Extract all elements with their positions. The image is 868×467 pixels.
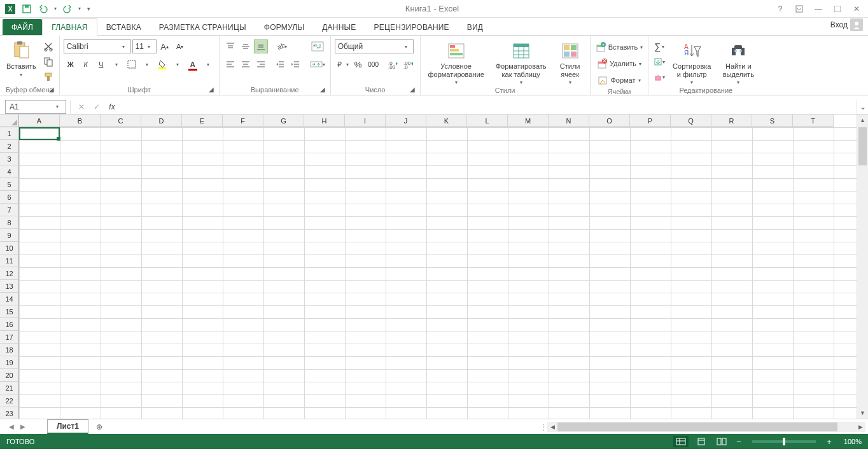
font-name-combo[interactable]: Calibri▾ xyxy=(64,39,131,53)
qat-customize[interactable]: ▾ xyxy=(84,1,93,17)
active-cell[interactable] xyxy=(19,127,60,140)
scroll-up-arrow[interactable]: ▲ xyxy=(857,115,868,126)
row-header[interactable]: 6 xyxy=(0,191,19,204)
decrease-decimal-button[interactable]: .00.0 xyxy=(402,57,416,71)
column-header[interactable]: O xyxy=(589,115,630,127)
number-format-combo[interactable]: Общий▾ xyxy=(335,39,414,53)
row-header[interactable]: 15 xyxy=(0,305,19,318)
tab-review[interactable]: РЕЦЕНЗИРОВАНИЕ xyxy=(365,19,458,35)
zoom-slider[interactable] xyxy=(752,440,816,443)
row-header[interactable]: 12 xyxy=(0,267,19,280)
column-header[interactable]: M xyxy=(508,115,549,127)
row-header[interactable]: 10 xyxy=(0,242,19,254)
find-select-button[interactable]: Найти и выделить▾ xyxy=(717,39,759,87)
vscroll-thumb[interactable] xyxy=(858,127,867,165)
clipboard-launcher[interactable]: ◢ xyxy=(48,86,55,94)
tab-insert[interactable]: ВСТАВКА xyxy=(97,19,150,35)
border-button[interactable] xyxy=(125,57,139,71)
format-as-table-button[interactable]: Форматировать как таблицу▾ xyxy=(491,39,552,87)
format-painter-button[interactable] xyxy=(41,70,55,84)
row-header[interactable]: 16 xyxy=(0,318,19,331)
scroll-down-arrow[interactable]: ▼ xyxy=(857,407,868,419)
grow-font-button[interactable]: A▴ xyxy=(158,39,172,53)
percent-format-button[interactable]: % xyxy=(351,57,365,71)
row-header[interactable]: 3 xyxy=(0,153,19,165)
comma-format-button[interactable]: 000 xyxy=(367,57,381,71)
column-header[interactable]: A xyxy=(19,115,60,127)
column-header[interactable]: J xyxy=(386,115,426,127)
tab-data[interactable]: ДАННЫЕ xyxy=(313,19,365,35)
wrap-text-button[interactable]: ab xyxy=(309,39,326,53)
cell-styles-button[interactable]: Стили ячеек▾ xyxy=(554,39,586,87)
horizontal-scrollbar[interactable]: ◀ ▶ xyxy=(547,422,865,432)
fill-button[interactable]: ▾ xyxy=(652,55,666,69)
column-header[interactable]: Q xyxy=(671,115,711,127)
undo-button[interactable] xyxy=(36,1,51,17)
minimize-button[interactable]: — xyxy=(809,3,827,15)
format-cells-button[interactable]: Формат▾ xyxy=(594,73,645,88)
align-center-button[interactable] xyxy=(239,57,253,71)
decrease-indent-button[interactable] xyxy=(273,57,287,71)
row-header[interactable]: 21 xyxy=(0,382,19,394)
increase-indent-button[interactable] xyxy=(288,57,302,71)
scroll-right-arrow[interactable]: ▶ xyxy=(855,424,865,430)
alignment-launcher[interactable]: ◢ xyxy=(319,86,326,94)
align-middle-button[interactable] xyxy=(239,39,253,53)
column-header[interactable]: L xyxy=(467,115,508,127)
column-header[interactable]: C xyxy=(101,115,141,127)
font-size-combo[interactable]: 11▾ xyxy=(132,39,157,53)
row-header[interactable]: 1 xyxy=(0,127,19,140)
name-box[interactable]: A1▾ xyxy=(5,100,66,114)
align-top-button[interactable] xyxy=(223,39,237,53)
row-header[interactable]: 8 xyxy=(0,216,19,229)
align-left-button[interactable] xyxy=(223,57,237,71)
row-header[interactable]: 7 xyxy=(0,204,19,216)
view-pagebreak-button[interactable] xyxy=(714,436,729,447)
row-header[interactable]: 13 xyxy=(0,280,19,293)
italic-button[interactable]: К xyxy=(79,57,93,71)
autosum-button[interactable]: ∑▾ xyxy=(652,39,666,53)
column-header[interactable]: F xyxy=(223,115,263,127)
sheet-tab[interactable]: Лист1 xyxy=(47,419,88,434)
column-header[interactable]: N xyxy=(549,115,589,127)
column-header[interactable]: P xyxy=(630,115,671,127)
align-bottom-button[interactable] xyxy=(254,39,268,53)
excel-icon[interactable]: X xyxy=(3,1,18,17)
conditional-formatting-button[interactable]: Условное форматирование▾ xyxy=(424,39,488,87)
paste-button[interactable]: Вставить ▾ xyxy=(4,39,39,79)
zoom-thumb[interactable] xyxy=(783,438,785,445)
cancel-formula-button[interactable]: ✕ xyxy=(74,101,88,113)
zoom-in-button[interactable]: + xyxy=(825,437,834,447)
ribbon-options-button[interactable] xyxy=(790,3,808,15)
row-header[interactable]: 23 xyxy=(0,407,19,419)
orientation-button[interactable]: ab▾ xyxy=(274,39,288,53)
vertical-scrollbar[interactable]: ▲ ▼ xyxy=(857,115,868,419)
row-header[interactable]: 2 xyxy=(0,140,19,153)
row-header[interactable]: 17 xyxy=(0,331,19,344)
new-sheet-button[interactable]: ⊕ xyxy=(92,420,106,434)
formula-input[interactable] xyxy=(123,100,857,114)
row-header[interactable]: 22 xyxy=(0,394,19,407)
cut-button[interactable] xyxy=(41,39,55,53)
row-header[interactable]: 18 xyxy=(0,344,19,356)
tab-file[interactable]: ФАЙЛ xyxy=(3,19,42,35)
signin-button[interactable]: Вход xyxy=(825,15,868,35)
insert-cells-button[interactable]: +Вставить▾ xyxy=(594,39,645,55)
row-header[interactable]: 14 xyxy=(0,293,19,305)
row-header[interactable]: 19 xyxy=(0,356,19,369)
sort-filter-button[interactable]: АЯ Сортировка и фильтр▾ xyxy=(669,39,715,87)
row-header[interactable]: 5 xyxy=(0,178,19,191)
underline-more[interactable]: ▾ xyxy=(109,57,123,71)
border-more[interactable]: ▾ xyxy=(140,57,154,71)
fill-color-button[interactable] xyxy=(155,57,169,71)
save-button[interactable] xyxy=(19,1,34,17)
enter-formula-button[interactable]: ✓ xyxy=(90,101,104,113)
column-header[interactable]: I xyxy=(345,115,386,127)
align-right-button[interactable] xyxy=(254,57,268,71)
row-header[interactable]: 20 xyxy=(0,369,19,382)
fill-more[interactable]: ▾ xyxy=(171,57,185,71)
redo-button[interactable] xyxy=(60,1,75,17)
accounting-format-button[interactable]: ₽▾ xyxy=(335,57,350,71)
cells-area[interactable] xyxy=(19,127,857,419)
view-normal-button[interactable] xyxy=(673,436,689,447)
